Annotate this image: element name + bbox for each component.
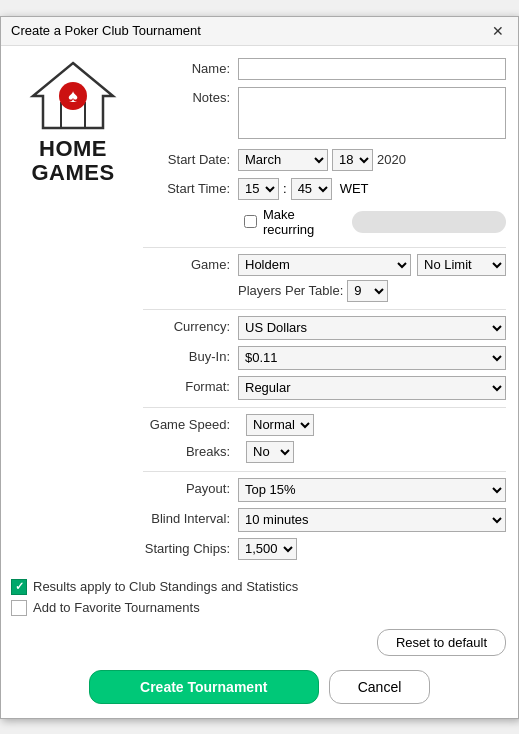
breaks-label: Breaks: (143, 444, 238, 459)
make-recurring-label: Make recurring (263, 207, 346, 237)
bottom-buttons: Create Tournament Cancel (1, 664, 518, 718)
dialog-title: Create a Poker Club Tournament (11, 23, 201, 38)
cancel-button[interactable]: Cancel (329, 670, 431, 704)
breaks-select[interactable]: No Yes (246, 441, 294, 463)
create-tournament-dialog: Create a Poker Club Tournament ✕ ♠ HOME … (0, 16, 519, 719)
create-tournament-button[interactable]: Create Tournament (89, 670, 319, 704)
results-label: Results apply to Club Standings and Stat… (33, 579, 298, 594)
close-button[interactable]: ✕ (488, 23, 508, 39)
recurring-row: Make recurring (143, 207, 506, 237)
payout-row: Payout: Top 10% Top 15% Top 20%Top 25% (143, 478, 506, 502)
starting-chips-select[interactable]: 5001,000 1,500 2,0002,5005,000 (238, 538, 297, 560)
notes-input[interactable] (238, 87, 506, 139)
game-speed-select[interactable]: Normal SlowFast (246, 414, 314, 436)
game-speed-label: Game Speed: (143, 417, 238, 432)
payout-control: Top 10% Top 15% Top 20%Top 25% (238, 478, 506, 502)
name-label: Name: (143, 58, 238, 76)
reset-button[interactable]: Reset to default (377, 629, 506, 656)
blind-interval-row: Blind Interval: 5 minutes 10 minutes 15 … (143, 508, 506, 532)
currency-select[interactable]: US Dollars EuroBritish Pound (238, 316, 506, 340)
title-bar: Create a Poker Club Tournament ✕ (1, 17, 518, 46)
notes-row: Notes: (143, 87, 506, 142)
format-select[interactable]: Regular TurboHyper-TurboDeep Stack (238, 376, 506, 400)
results-checkbox-row: Results apply to Club Standings and Stat… (1, 579, 518, 595)
start-time-row: Start Time: 0123 4567 891011 12131415 16… (143, 178, 506, 200)
notes-field-container (238, 87, 506, 142)
name-row: Name: (143, 58, 506, 80)
home-games-logo-text: HOME GAMES (31, 137, 114, 185)
blind-interval-control: 5 minutes 10 minutes 15 minutes20 minute… (238, 508, 506, 532)
game-limit-select[interactable]: No Limit Pot LimitFixed Limit (417, 254, 506, 276)
buyin-control: $0.11 $0.25$0.50 $1.00$2.00$5.00 (238, 346, 506, 370)
reset-row: Reset to default (1, 621, 518, 664)
day-select[interactable]: 1234 5678 9101112 13141516 17181920 2122… (332, 149, 373, 171)
results-checkbox[interactable] (11, 579, 27, 595)
timezone-display: WET (340, 181, 369, 196)
game-speed-row: Game Speed: Normal SlowFast (143, 414, 506, 436)
start-date-row: Start Date: March JanuaryFebruary AprilM… (143, 149, 506, 171)
year-display: 2020 (377, 152, 406, 167)
starting-chips-label: Starting Chips: (143, 538, 238, 556)
start-time-label: Start Time: (143, 178, 238, 196)
game-type-select[interactable]: Holdem OmahaOmaha Hi/Lo 5 Card OmahaCour… (238, 254, 411, 276)
players-per-table-label: Players Per Table: (238, 283, 343, 298)
left-panel: ♠ HOME GAMES (13, 58, 133, 567)
favorite-checkbox-row: Add to Favorite Tournaments (1, 600, 518, 616)
name-input[interactable] (238, 58, 506, 80)
currency-label: Currency: (143, 316, 238, 334)
time-separator: : (283, 181, 287, 196)
favorite-checkbox[interactable] (11, 600, 27, 616)
blind-interval-label: Blind Interval: (143, 508, 238, 526)
name-field-container (238, 58, 506, 80)
starting-chips-row: Starting Chips: 5001,000 1,500 2,0002,50… (143, 538, 506, 560)
start-time-controls: 0123 4567 891011 12131415 16171819 20212… (238, 178, 506, 200)
game-row: Game: Holdem OmahaOmaha Hi/Lo 5 Card Oma… (143, 254, 506, 302)
make-recurring-checkbox[interactable] (244, 215, 257, 228)
recurring-pill (352, 211, 506, 233)
start-date-label: Start Date: (143, 149, 238, 167)
start-date-controls: March JanuaryFebruary AprilMayJune JulyA… (238, 149, 506, 171)
game-label: Game: (143, 254, 238, 272)
payout-label: Payout: (143, 478, 238, 496)
blind-interval-select[interactable]: 5 minutes 10 minutes 15 minutes20 minute… (238, 508, 506, 532)
buyin-select[interactable]: $0.11 $0.25$0.50 $1.00$2.00$5.00 (238, 346, 506, 370)
notes-label: Notes: (143, 87, 238, 105)
currency-control: US Dollars EuroBritish Pound (238, 316, 506, 340)
payout-select[interactable]: Top 10% Top 15% Top 20%Top 25% (238, 478, 506, 502)
buyin-label: Buy-In: (143, 346, 238, 364)
breaks-row: Breaks: No Yes (143, 441, 506, 463)
game-type-row: Holdem OmahaOmaha Hi/Lo 5 Card OmahaCour… (238, 254, 506, 276)
format-row: Format: Regular TurboHyper-TurboDeep Sta… (143, 376, 506, 400)
divider-2 (143, 309, 506, 310)
starting-chips-control: 5001,000 1,500 2,0002,5005,000 (238, 538, 506, 560)
favorite-label: Add to Favorite Tournaments (33, 600, 200, 615)
month-select[interactable]: March JanuaryFebruary AprilMayJune JulyA… (238, 149, 328, 171)
divider-4 (143, 471, 506, 472)
currency-row: Currency: US Dollars EuroBritish Pound (143, 316, 506, 340)
format-control: Regular TurboHyper-TurboDeep Stack (238, 376, 506, 400)
divider-3 (143, 407, 506, 408)
form-panel: Name: Notes: Start Date: March January (143, 58, 506, 567)
format-label: Format: (143, 376, 238, 394)
buyin-row: Buy-In: $0.11 $0.25$0.50 $1.00$2.00$5.00 (143, 346, 506, 370)
divider-1 (143, 247, 506, 248)
pokerstars-logo: ♠ (28, 58, 118, 133)
game-controls: Holdem OmahaOmaha Hi/Lo 5 Card OmahaCour… (238, 254, 506, 302)
players-per-table-row: Players Per Table: 2345 678910 (238, 280, 506, 302)
dialog-body: ♠ HOME GAMES Name: Notes: (1, 46, 518, 579)
hour-select[interactable]: 0123 4567 891011 12131415 16171819 20212… (238, 178, 279, 200)
minute-select[interactable]: 00153045 (291, 178, 332, 200)
svg-text:♠: ♠ (68, 86, 78, 106)
players-per-table-select[interactable]: 2345 678910 (347, 280, 388, 302)
